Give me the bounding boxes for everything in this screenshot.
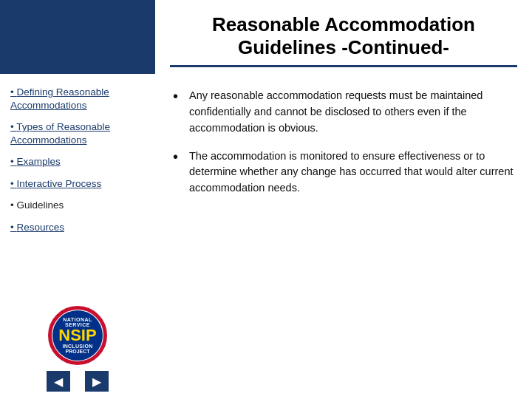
title-line1: Reasonable Accommodation: [212, 13, 475, 35]
sidebar-item-guidelines[interactable]: Guidelines: [0, 194, 155, 216]
sidebar-nav: Defining Reasonable AccommodationsTypes …: [0, 74, 155, 300]
nsip-inclusion-text: INCLUSION: [62, 344, 92, 349]
nsip-project-text: PROJECT: [65, 349, 89, 354]
bullet-item-1: •The accommodation is monitored to ensur…: [173, 149, 514, 197]
next-arrow-button[interactable]: ▶: [85, 371, 109, 392]
nav-arrows: ◀ ▶: [47, 365, 109, 392]
sidebar-item-defining[interactable]: Defining Reasonable Accommodations: [0, 81, 155, 116]
nsip-letters: NSIP: [58, 327, 96, 344]
sidebar-item-types[interactable]: Types of Reasonable Accommodations: [0, 116, 155, 151]
main-content: Reasonable Accommodation Guidelines -Con…: [155, 0, 532, 399]
sidebar: Defining Reasonable AccommodationsTypes …: [0, 0, 155, 399]
sidebar-bottom: NATIONAL SERVICE NSIP INCLUSION PROJECT …: [0, 300, 155, 399]
bullet-item-0: •Any reasonable accommodation requests m…: [173, 88, 514, 136]
nsip-inner-logo: NATIONAL SERVICE NSIP INCLUSION PROJECT: [52, 310, 103, 361]
main-header: Reasonable Accommodation Guidelines -Con…: [155, 0, 532, 75]
bullet-dot-0: •: [173, 88, 183, 104]
sidebar-item-examples[interactable]: Examples: [0, 151, 155, 173]
sidebar-item-resources[interactable]: Resources: [0, 216, 155, 239]
main-body: •Any reasonable accommodation requests m…: [155, 75, 532, 399]
page-title: Reasonable Accommodation Guidelines -Con…: [170, 13, 517, 59]
nsip-national-text: NATIONAL: [63, 317, 92, 322]
nsip-logo: NATIONAL SERVICE NSIP INCLUSION PROJECT: [48, 306, 107, 365]
sidebar-item-interactive[interactable]: Interactive Process: [0, 173, 155, 195]
bullet-text-1: The accommodation is monitored to ensure…: [189, 149, 514, 197]
title-line2: Guidelines -Continued-: [238, 36, 449, 58]
bullet-dot-1: •: [173, 149, 183, 165]
bullet-text-0: Any reasonable accommodation requests mu…: [189, 88, 514, 136]
sidebar-top-bar: [0, 0, 155, 74]
prev-arrow-button[interactable]: ◀: [47, 371, 70, 392]
header-divider: [170, 65, 517, 67]
